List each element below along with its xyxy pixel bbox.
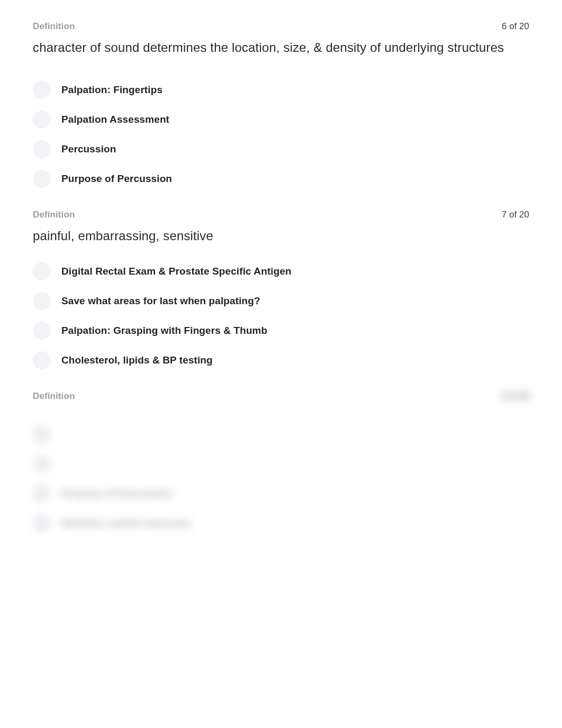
definition-header: Definition 6 of 20 xyxy=(33,21,529,32)
option-label: Digital Rectal Exam & Prostate Specific … xyxy=(61,266,292,277)
locked-content: Purpose of Percussion Infection control … xyxy=(33,420,529,538)
radio-icon[interactable] xyxy=(33,351,51,369)
radio-icon[interactable] xyxy=(33,140,51,158)
option-row[interactable]: Cholesterol, lipids & BP testing xyxy=(33,345,529,375)
question-block-7: Definition 7 of 20 painful, embarrassing… xyxy=(33,210,529,375)
option-row-locked xyxy=(33,449,529,479)
definition-label: Definition xyxy=(33,391,75,402)
option-row[interactable]: Percussion xyxy=(33,134,529,164)
question-counter-locked: 8 of 20 xyxy=(502,391,529,402)
definition-header: Definition 8 of 20 xyxy=(33,391,529,402)
radio-icon[interactable] xyxy=(33,111,51,129)
radio-icon[interactable] xyxy=(33,262,51,280)
option-row-locked: Infection control measures xyxy=(33,508,529,538)
radio-icon xyxy=(33,455,51,473)
radio-icon xyxy=(33,425,51,443)
question-counter: 6 of 20 xyxy=(502,21,529,32)
radio-icon xyxy=(33,485,51,503)
option-label: Percussion xyxy=(61,143,116,155)
question-counter: 7 of 20 xyxy=(502,210,529,220)
option-row[interactable]: Digital Rectal Exam & Prostate Specific … xyxy=(33,257,529,286)
radio-icon[interactable] xyxy=(33,170,51,188)
option-row[interactable]: Palpation Assessment xyxy=(33,105,529,134)
option-label: Infection control measures xyxy=(61,517,191,529)
option-label: Palpation Assessment xyxy=(61,114,169,125)
definition-header: Definition 7 of 20 xyxy=(33,210,529,220)
option-row-locked xyxy=(33,420,529,449)
option-label: Cholesterol, lipids & BP testing xyxy=(61,354,213,366)
option-row[interactable]: Palpation: Fingertips xyxy=(33,75,529,105)
definition-text: character of sound determines the locati… xyxy=(33,39,529,56)
option-label: Palpation: Fingertips xyxy=(61,84,162,96)
option-row[interactable]: Save what areas for last when palpating? xyxy=(33,286,529,316)
radio-icon xyxy=(33,514,51,532)
radio-icon[interactable] xyxy=(33,81,51,99)
radio-icon[interactable] xyxy=(33,292,51,310)
definition-text: painful, embarrassing, sensitive xyxy=(33,228,529,244)
option-row[interactable]: Palpation: Grasping with Fingers & Thumb xyxy=(33,316,529,345)
question-block-locked: Definition 8 of 20 Purpose of Percussion… xyxy=(33,391,529,538)
option-row[interactable]: Purpose of Percussion xyxy=(33,164,529,194)
radio-icon[interactable] xyxy=(33,322,51,340)
option-label: Purpose of Percussion xyxy=(61,488,172,499)
option-label: Save what areas for last when palpating? xyxy=(61,295,260,307)
definition-label: Definition xyxy=(33,210,75,220)
option-label: Palpation: Grasping with Fingers & Thumb xyxy=(61,325,267,336)
definition-label: Definition xyxy=(33,21,75,32)
option-row-locked: Purpose of Percussion xyxy=(33,479,529,508)
question-block-6: Definition 6 of 20 character of sound de… xyxy=(33,21,529,194)
option-label: Purpose of Percussion xyxy=(61,173,172,185)
